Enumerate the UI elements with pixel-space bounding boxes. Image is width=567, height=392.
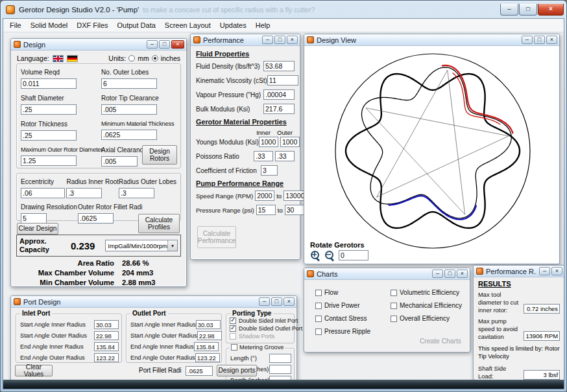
coefficient-friction-input[interactable] [261,165,278,176]
create-charts-button[interactable]: Create Charts [420,338,461,345]
zoom-out-icon[interactable] [324,250,335,260]
menu-help[interactable]: Help [251,20,275,30]
close-icon[interactable]: × [457,270,468,278]
axial-clearance-input[interactable] [101,156,138,167]
results-titlebar[interactable]: Performance R... – × [474,266,564,277]
minimize-button[interactable]: – [500,4,518,16]
checkbox-overall-efficiency[interactable]: Overall Efficiency [391,315,462,322]
close-icon[interactable]: × [171,40,184,49]
checkbox-volumetric-efficiency[interactable]: Volumetric Efficiency [391,289,462,296]
overall-efficiency-checkbox[interactable] [391,316,397,322]
port-fillet-radi-input[interactable] [186,366,213,376]
volume-reqd-input[interactable] [21,78,77,89]
checkbox-flow[interactable]: Flow [315,289,370,296]
menu-solid-model[interactable]: Solid Model [26,20,72,30]
bulk-modulus-input[interactable] [263,104,295,114]
metering-length-input[interactable] [269,354,291,363]
mechanical-efficiency-checkbox[interactable] [391,303,397,309]
radius-inner-root-input[interactable] [66,188,102,198]
design-ports-button[interactable]: Design ports [217,365,257,376]
port-design-titlebar[interactable]: Port Design – □ × [11,296,296,308]
inlet-start-outer-input[interactable] [94,331,119,340]
checkbox-drive-power[interactable]: Drive Power [315,302,370,309]
maximize-button[interactable]: □ [274,36,285,44]
maximize-button[interactable]: □ [159,40,170,49]
rotor-thickness-input[interactable] [21,130,77,141]
vapour-pressure-input[interactable] [263,89,295,100]
close-button[interactable]: × [538,4,564,16]
double-sided-inlet-checkbox[interactable] [230,317,236,324]
inlet-end-outer-input[interactable] [94,353,119,362]
kinematic-viscosity-input[interactable] [267,75,298,86]
flow-checkbox[interactable] [315,290,322,296]
uk-flag-icon[interactable] [53,55,64,62]
rotate-angle-input[interactable] [339,250,368,260]
drive-power-checkbox[interactable] [315,303,322,309]
pressure-ripple-checkbox[interactable] [315,329,322,335]
metering-groove-checkbox[interactable] [231,344,237,351]
drawing-resolution-input[interactable] [21,213,47,224]
contact-stress-checkbox[interactable] [315,316,322,322]
design-rotors-button[interactable]: Design Rotors [142,145,177,165]
capacity-unit-dropdown[interactable]: ImpGall/Min/1000rpm ▼ [105,240,178,251]
inlet-start-inner-input[interactable] [94,320,119,329]
pressure-range-from-input[interactable] [256,205,276,215]
minimize-button[interactable]: – [522,36,533,44]
maximize-button[interactable]: □ [271,297,282,306]
outer-rotor-fillet-radi-input[interactable] [78,213,114,224]
outlet-end-outer-input[interactable] [195,353,220,362]
fluid-density-input[interactable] [263,61,295,71]
minimize-button[interactable]: – [147,40,158,49]
max-outer-rotor-diameter-input[interactable] [21,156,77,166]
close-icon[interactable]: × [551,267,562,275]
speed-range-from-input[interactable] [255,190,274,201]
design-titlebar[interactable]: Design – □ × [11,39,186,51]
outlet-start-inner-input[interactable] [196,320,221,329]
close-icon[interactable]: × [287,36,298,44]
window-titlebar[interactable]: Gerotor Design Studio V2.0 - 'Pump' to m… [1,1,566,16]
metering-width-input[interactable] [269,365,291,374]
minimize-button[interactable]: – [259,297,270,306]
eccentricity-input[interactable] [21,188,65,198]
performance-titlebar[interactable]: Performance – □ × [191,34,300,46]
shaft-diameter-input[interactable] [21,104,77,115]
minimize-button[interactable]: – [432,270,443,278]
min-material-thickness-input[interactable] [101,130,157,140]
checkbox-contact-stress[interactable]: Contact Stress [315,315,370,322]
chevron-down-icon[interactable]: ▼ [167,240,177,251]
clear-values-button[interactable]: Clear Values [15,365,53,376]
checkbox-pressure-ripple[interactable]: Pressure Ripple [315,328,370,335]
units-inches-radio[interactable] [152,55,158,62]
youngs-modulus-inner-input[interactable] [259,137,278,147]
metering-depth-input[interactable] [269,376,291,380]
maximize-button[interactable]: □ [519,4,537,16]
maximize-button[interactable]: □ [534,36,545,44]
youngs-modulus-outer-input[interactable] [280,137,300,147]
calculate-profiles-button[interactable]: Calculate Profiles [138,214,180,233]
poissons-ratio-inner-input[interactable] [254,151,273,161]
minimize-button[interactable]: – [539,267,550,275]
german-flag-icon[interactable] [67,55,78,62]
menu-file[interactable]: File [5,20,26,30]
volumetric-efficiency-checkbox[interactable] [391,290,397,296]
design-view-titlebar[interactable]: Design View – □ × [304,34,559,46]
checkbox-double-sided-outlet[interactable]: Double Sided Outlet Port [230,325,292,332]
checkbox-double-sided-inlet[interactable]: Double Sided Inlet Port [230,317,292,324]
radius-outer-lobes-input[interactable] [119,188,154,198]
maximize-button[interactable]: □ [444,270,455,278]
charts-titlebar[interactable]: Charts – □ × [304,268,470,280]
zoom-in-icon[interactable] [310,250,320,260]
inlet-end-inner-input[interactable] [94,342,119,351]
menu-dxf-files[interactable]: DXF Files [72,20,112,30]
double-sided-outlet-checkbox[interactable] [230,325,236,332]
close-icon[interactable]: × [546,36,557,44]
clear-design-button[interactable]: Clear Design [17,223,58,235]
close-icon[interactable]: × [284,297,295,306]
minimize-button[interactable]: – [262,36,273,44]
menu-updates[interactable]: Updates [215,20,251,30]
menu-output-data[interactable]: Output Data [113,20,160,30]
rotor-tip-clearance-input[interactable] [101,104,157,115]
poissons-ratio-outer-input[interactable] [275,151,295,161]
outlet-end-inner-input[interactable] [194,342,219,351]
outlet-start-outer-input[interactable] [197,331,222,340]
